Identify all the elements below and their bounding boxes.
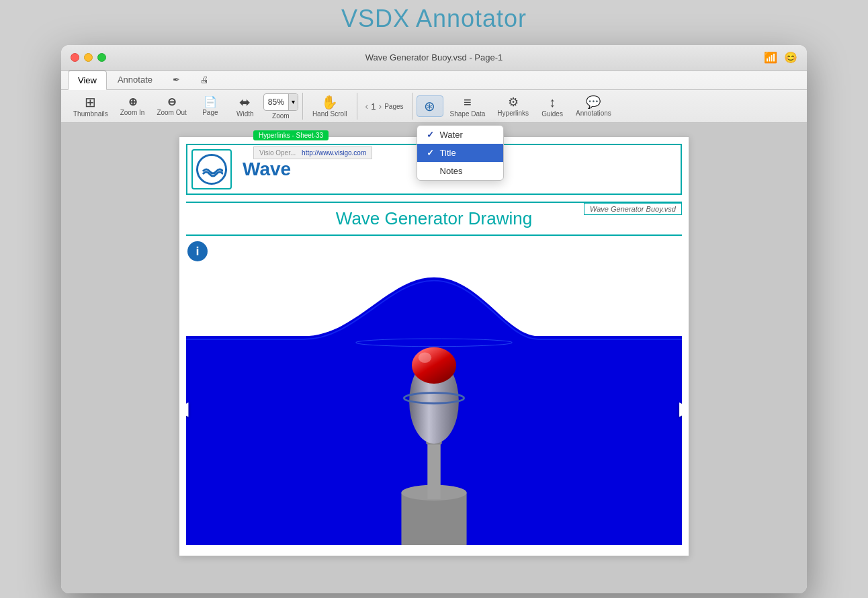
minimize-button[interactable] bbox=[84, 53, 93, 62]
wave-logo-svg bbox=[200, 158, 223, 181]
canvas-wrapper: Wave Hyperlinks - Sheet-33 Visio Oper...… bbox=[61, 123, 807, 593]
annotations-label: Annotations bbox=[576, 110, 611, 117]
tab-annotate[interactable]: Annotate bbox=[108, 71, 162, 89]
notes-label: Notes bbox=[440, 166, 463, 176]
drawing-area: ◀ bbox=[186, 267, 682, 549]
info-icon-area: i bbox=[179, 236, 689, 267]
hand-scroll-label: Hand Scroll bbox=[312, 110, 347, 118]
separator-2 bbox=[357, 93, 357, 120]
zoom-in-icon: ⊕ bbox=[128, 97, 137, 108]
zoom-in-label: Zoom In bbox=[120, 109, 145, 116]
zoom-label: Zoom bbox=[272, 112, 290, 120]
zoom-control: 85% ▾ Zoom bbox=[263, 93, 298, 120]
zoom-out-icon: ⊖ bbox=[167, 97, 176, 108]
zoom-out-label: Zoom Out bbox=[157, 109, 186, 116]
title-check: ✓ bbox=[427, 148, 436, 158]
hand-scroll-button[interactable]: ✋ Hand Scroll bbox=[307, 93, 353, 120]
title-label: Title bbox=[440, 148, 456, 158]
svg-rect-2 bbox=[427, 441, 440, 499]
toolbar-tabs: View Annotate ✒ 🖨 bbox=[61, 71, 807, 90]
title-bar: Wave Generator Buoy.vsd - Page-1 📶 😊 bbox=[61, 45, 807, 71]
guides-button[interactable]: ↕ Guides bbox=[535, 93, 569, 120]
title-bar-icons: 📶 😊 bbox=[764, 51, 807, 64]
width-button[interactable]: ⬌ Width bbox=[228, 93, 262, 120]
annotations-button[interactable]: 💬 Annotations bbox=[570, 94, 617, 119]
water-check: ✓ bbox=[427, 130, 436, 140]
next-page-button[interactable]: › bbox=[379, 101, 382, 112]
logo-circle bbox=[196, 154, 227, 185]
pages-label: Pages bbox=[384, 103, 403, 110]
content-area: Wave Hyperlinks - Sheet-33 Visio Oper...… bbox=[61, 123, 807, 593]
zoom-dropdown-arrow[interactable]: ▾ bbox=[288, 94, 298, 110]
annotations-icon: 💬 bbox=[586, 96, 601, 108]
separator-1 bbox=[302, 93, 303, 120]
layer-notes[interactable]: ✓ Notes bbox=[417, 162, 503, 180]
toolbar-items: ⊞ Thumbnails ⊕ Zoom In ⊖ Zoom Out 📄 Page… bbox=[61, 90, 807, 122]
svg-point-7 bbox=[419, 352, 431, 363]
user-icon: 😊 bbox=[784, 51, 797, 64]
thumbnails-button[interactable]: ⊞ Thumbnails bbox=[68, 93, 114, 120]
zoom-input-group[interactable]: 85% ▾ bbox=[263, 93, 298, 111]
page-label: Page bbox=[202, 109, 218, 116]
tab-print[interactable]: 🖨 bbox=[191, 71, 218, 89]
layers-button[interactable]: ⊛ bbox=[417, 95, 443, 117]
page-logo bbox=[191, 149, 232, 189]
mac-window: Wave Generator Buoy.vsd - Page-1 📶 😊 Vie… bbox=[61, 45, 807, 593]
page-logo-title: Wave bbox=[236, 159, 298, 180]
hyperlink-tooltip: Hyperlinks - Sheet-33 bbox=[253, 130, 329, 140]
hyperlink-details: Visio Oper... http://www.visigo.com bbox=[253, 146, 372, 159]
thumbnails-icon: ⊞ bbox=[85, 95, 96, 109]
guides-icon: ↕ bbox=[549, 95, 556, 109]
svg-point-6 bbox=[412, 347, 456, 384]
window-title: Wave Generator Buoy.vsd - Page-1 bbox=[365, 52, 503, 62]
wifi-icon: 📶 bbox=[764, 51, 777, 64]
hand-scroll-icon: ✋ bbox=[321, 95, 338, 109]
next-diagram-button[interactable]: ▶ bbox=[679, 397, 682, 419]
toolbar: View Annotate ✒ 🖨 ⊞ Thumbnails ⊕ Zoom In bbox=[61, 71, 807, 123]
pages-group: ‹ 1 › Pages bbox=[361, 101, 408, 112]
page-title-area: Wave Generator Drawing Wave Generator Bu… bbox=[186, 202, 682, 236]
width-label: Width bbox=[236, 110, 254, 118]
layer-water[interactable]: ✓ Water bbox=[417, 126, 503, 144]
tab-sign[interactable]: ✒ bbox=[163, 71, 189, 89]
shape-data-button[interactable]: ≡ Shape Data bbox=[445, 93, 491, 120]
layer-title[interactable]: ✓ Title bbox=[417, 144, 503, 162]
zoom-out-button[interactable]: ⊖ Zoom Out bbox=[151, 95, 191, 118]
zoom-value: 85% bbox=[264, 97, 288, 107]
traffic-lights bbox=[61, 53, 106, 62]
hyperlink-tooltip-text: Hyperlinks - Sheet-33 bbox=[259, 132, 323, 139]
hyperlinks-icon: ⚙ bbox=[508, 96, 519, 108]
maximize-button[interactable] bbox=[97, 53, 106, 62]
prev-page-button[interactable]: ‹ bbox=[365, 101, 369, 112]
guides-label: Guides bbox=[541, 110, 563, 118]
info-icon: i bbox=[187, 241, 208, 261]
shape-data-icon: ≡ bbox=[464, 95, 472, 109]
page-icon: 📄 bbox=[204, 97, 217, 108]
layers-dropdown: ⊛ ✓ Water ✓ Title ✓ Notes bbox=[417, 95, 443, 117]
hyperlinks-button[interactable]: ⚙ Hyperlinks bbox=[492, 94, 534, 119]
layers-menu: ✓ Water ✓ Title ✓ Notes bbox=[417, 125, 504, 181]
close-button[interactable] bbox=[71, 53, 79, 62]
wave-generator-svg bbox=[186, 267, 682, 549]
zoom-in-button[interactable]: ⊕ Zoom In bbox=[115, 95, 150, 118]
tab-view[interactable]: View bbox=[68, 71, 107, 90]
page-filename: Wave Generator Buoy.vsd bbox=[584, 203, 682, 215]
water-label: Water bbox=[440, 130, 463, 140]
hyperlinks-label: Hyperlinks bbox=[497, 110, 529, 117]
page-canvas: Wave Hyperlinks - Sheet-33 Visio Oper...… bbox=[179, 136, 689, 556]
app-title: VSDX Annotator bbox=[341, 5, 527, 33]
separator-3 bbox=[412, 93, 413, 120]
page-number: 1 bbox=[371, 101, 376, 112]
page-button[interactable]: 📄 Page bbox=[193, 95, 227, 118]
shape-data-label: Shape Data bbox=[450, 110, 486, 118]
thumbnails-label: Thumbnails bbox=[73, 110, 108, 118]
prev-diagram-button[interactable]: ◀ bbox=[186, 397, 189, 419]
width-icon: ⬌ bbox=[239, 95, 251, 109]
layers-icon: ⊛ bbox=[424, 98, 435, 114]
